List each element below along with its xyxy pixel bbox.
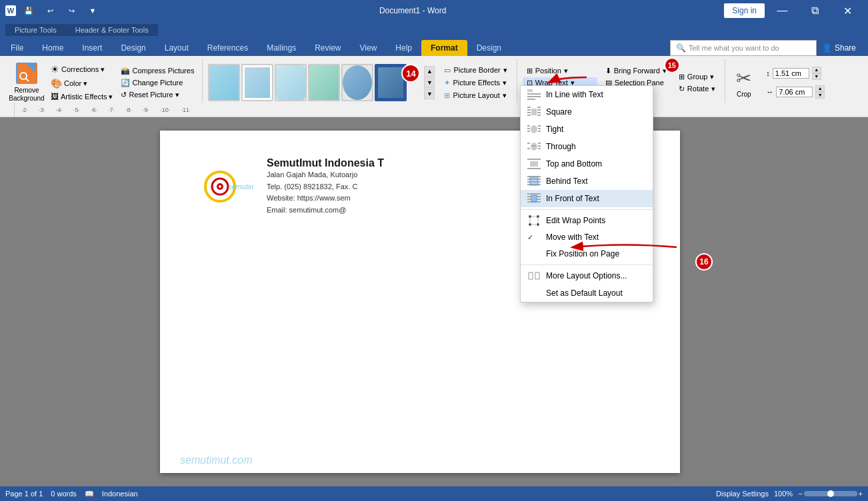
tab-home[interactable]: Home (33, 40, 73, 56)
svg-rect-44 (527, 193, 541, 195)
wrap-morelayout-item[interactable]: More Layout Options... (521, 267, 653, 284)
send-backward-button[interactable]: ⬇ Bring Forward ▾ (601, 65, 671, 77)
position-arrow: ▾ (564, 67, 568, 75)
svg-rect-14 (527, 107, 531, 108)
share-icon: 👤 (822, 43, 832, 53)
arrange-col3: ⊞ Group ▾ ↻ Rotate ▾ (675, 71, 719, 95)
wrap-editpoints-icon (527, 215, 541, 226)
redo-qat-button[interactable]: ↪ (63, 2, 80, 19)
svg-rect-15 (527, 109, 531, 111)
zoom-out-button[interactable]: − (798, 490, 802, 498)
wrap-infront-item[interactable]: In Front of Text (521, 190, 653, 207)
step-14-badge: 14 (401, 64, 420, 83)
corrections-button[interactable]: ☀ Corrections ▾ (48, 63, 115, 76)
style-thumb-2[interactable] (241, 64, 273, 101)
crop-button[interactable]: ✂ Crop (731, 65, 757, 101)
wrap-editpoints-item[interactable]: Edit Wrap Points (521, 212, 653, 229)
tab-design[interactable]: Design (111, 40, 155, 56)
wrap-inline-item[interactable]: In Line with Text (521, 86, 653, 103)
header-footer-context-tab[interactable]: Header & Footer Tools (66, 24, 158, 36)
tab-file[interactable]: File (1, 40, 33, 56)
picture-layout-button[interactable]: ⊞ Picture Layout ▾ (440, 90, 511, 101)
search-bar[interactable]: 🔍 Tell me what you want to do (670, 40, 817, 56)
wrap-fixpos-item[interactable]: Fix Position on Page (521, 245, 653, 262)
tab-layout[interactable]: Layout (155, 40, 198, 56)
wrap-square-item[interactable]: Square (521, 103, 653, 121)
gallery-scroll-up[interactable]: ▲ (424, 66, 435, 77)
picture-styles-content: 14 ▲ ▼ ▼ ▭ Picture Border ▾ ✦ Picture Ef… (208, 60, 511, 105)
gallery-scroll-more[interactable]: ▼ (424, 89, 435, 99)
language[interactable]: Indonesian (102, 490, 138, 498)
wrap-through-item[interactable]: Through (521, 138, 653, 155)
remove-bg-label: RemoveBackground (9, 87, 44, 103)
svg-rect-20 (537, 112, 541, 113)
picture-border-button[interactable]: ▭ Picture Border ▾ (440, 65, 511, 76)
size-fields: ↕ ▲ ▼ ↔ ▲ ▼ (765, 65, 826, 100)
tab-mailings[interactable]: Mailings (257, 40, 305, 56)
wrap-tight-item[interactable]: Tight (521, 121, 653, 138)
artistic-effects-button[interactable]: 🖼 Artistic Effects ▾ (48, 91, 115, 103)
proofread-icon[interactable]: 📖 (85, 490, 94, 498)
gallery-scroll-down[interactable]: ▼ (424, 77, 435, 88)
height-icon: ↕ (766, 69, 770, 77)
style-thumb-3[interactable] (275, 64, 307, 101)
save-qat-button[interactable]: 💾 (20, 2, 37, 19)
adjust-col: ☀ Corrections ▾ 🎨 Color ▾ 🖼 Artistic Eff… (48, 63, 115, 103)
svg-rect-13 (531, 109, 537, 115)
watermark: semutimut.com (180, 454, 252, 466)
remove-background-button[interactable]: RemoveBackground (8, 60, 45, 105)
qat-more-button[interactable]: ▼ (84, 2, 101, 19)
tab-format[interactable]: Format (421, 40, 467, 56)
zoom-in-button[interactable]: + (859, 490, 863, 498)
signin-button[interactable]: Sign in (724, 3, 765, 18)
restore-button[interactable]: ⧉ (800, 0, 830, 21)
wrap-behind-item[interactable]: Behind Text (521, 173, 653, 190)
title-bar-left: W 💾 ↩ ↪ ▼ (5, 2, 101, 19)
wrap-movewith-item[interactable]: ✓ Move with Text (521, 229, 653, 245)
picture-layout-arrow: ▾ (503, 91, 507, 100)
wrap-tight-icon (527, 124, 541, 135)
zoom-slider[interactable] (804, 491, 857, 496)
crop-label: Crop (737, 91, 751, 98)
close-button[interactable]: ✕ (833, 0, 863, 21)
tab-help[interactable]: Help (386, 40, 421, 56)
style-thumb-1[interactable] (208, 64, 240, 101)
picture-tools-context-tab[interactable]: Picture Tools (5, 24, 66, 36)
height-input[interactable] (773, 68, 809, 79)
change-picture-button[interactable]: 🔄 Change Picture (118, 77, 197, 89)
position-button[interactable]: ⊞ Position ▾ (523, 65, 597, 77)
rotate-button[interactable]: ↻ Rotate ▾ (675, 83, 719, 95)
style-thumb-5[interactable] (341, 64, 373, 101)
group-button[interactable]: ⊞ Group ▾ (675, 71, 719, 83)
minimize-button[interactable]: ― (767, 0, 797, 21)
width-spin-up[interactable]: ▲ (815, 85, 825, 92)
reset-picture-button[interactable]: ↺ Reset Picture ▾ (118, 89, 197, 101)
share-button[interactable]: 👤 Share (817, 41, 861, 55)
color-button[interactable]: 🎨 Color ▾ (48, 77, 115, 90)
picture-effects-button[interactable]: ✦ Picture Effects ▾ (440, 77, 511, 89)
compress-pictures-button[interactable]: 📸 Compress Pictures (118, 65, 197, 77)
width-input[interactable] (776, 87, 813, 97)
svg-rect-31 (538, 143, 541, 144)
wrap-behind-label: Behind Text (546, 177, 588, 186)
height-spin-up[interactable]: ▲ (812, 67, 821, 73)
svg-rect-10 (527, 93, 541, 95)
status-left: Page 1 of 1 0 words 📖 Indonesian (5, 490, 138, 498)
tab-insert[interactable]: Insert (73, 40, 111, 56)
svg-point-22 (531, 125, 537, 133)
svg-rect-24 (538, 125, 541, 127)
svg-rect-50 (531, 195, 537, 202)
wrap-setdefault-item[interactable]: Set as Default Layout (521, 284, 653, 302)
height-spin-down[interactable]: ▼ (812, 73, 821, 80)
tab-view[interactable]: View (351, 40, 387, 56)
style-thumb-4[interactable] (308, 64, 340, 101)
width-spin-down[interactable]: ▼ (815, 92, 825, 99)
tab-design2[interactable]: Design (467, 40, 511, 56)
display-settings[interactable]: Display Settings (716, 490, 769, 498)
undo-qat-button[interactable]: ↩ (41, 2, 59, 19)
tab-review[interactable]: Review (305, 40, 350, 56)
wrap-text-menu: In Line with Text Square Tight Through T… (520, 85, 653, 302)
tab-references[interactable]: References (198, 40, 257, 56)
main-tabs-bar: File Home Insert Design Layout Reference… (0, 36, 868, 56)
wrap-topbottom-item[interactable]: Top and Bottom (521, 155, 653, 173)
